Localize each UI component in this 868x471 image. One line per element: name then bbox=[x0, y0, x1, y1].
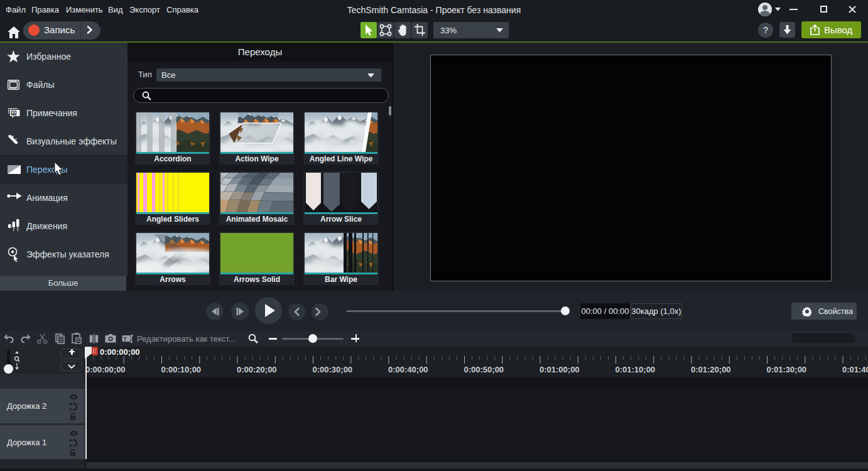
svg-text:0:01:10;00: 0:01:10;00 bbox=[616, 365, 656, 374]
svg-text:0:00:20;00: 0:00:20;00 bbox=[237, 365, 277, 374]
svg-text:T: T bbox=[123, 336, 127, 342]
svg-text:0:00:30;00: 0:00:30;00 bbox=[313, 365, 353, 374]
svg-text:0:01:30;00: 0:01:30;00 bbox=[767, 365, 807, 374]
svg-text:0:00:00;00: 0:00:00;00 bbox=[85, 365, 126, 374]
svg-text:0:01:20;00: 0:01:20;00 bbox=[691, 365, 731, 374]
svg-text:0:00:50;00: 0:00:50;00 bbox=[464, 365, 504, 374]
svg-text:0:01:40;00: 0:01:40;00 bbox=[842, 365, 868, 374]
svg-text:0:01:00;00: 0:01:00;00 bbox=[540, 365, 580, 374]
svg-text:0:00:40;00: 0:00:40;00 bbox=[388, 365, 428, 374]
svg-text:0:00:10;00: 0:00:10;00 bbox=[161, 365, 202, 374]
